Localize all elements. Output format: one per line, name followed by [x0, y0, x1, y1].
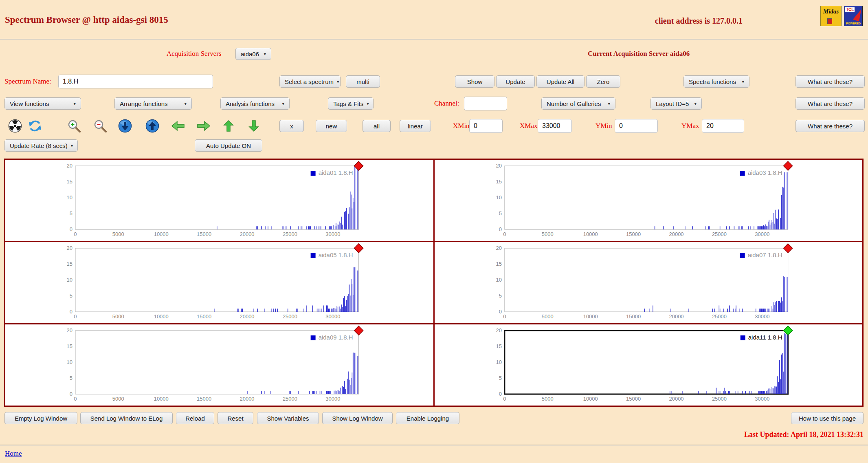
- zoom-in-icon[interactable]: [67, 119, 81, 133]
- legend-swatch-icon: [740, 253, 745, 258]
- pan-left-icon[interactable]: [171, 120, 185, 132]
- enable-logging-button[interactable]: Enable Logging: [396, 412, 459, 424]
- all-button[interactable]: all: [363, 120, 391, 132]
- reload-button[interactable]: Reload: [176, 412, 214, 424]
- panel-legend: aida01 1.8.H: [319, 169, 353, 176]
- x-tick-label: 20000: [240, 231, 254, 237]
- xmax-input[interactable]: [538, 119, 572, 133]
- spectrum-panel-aida07[interactable]: 05101520050001000015000200002500030000ai…: [435, 242, 863, 323]
- x-tick-label: 30000: [325, 231, 340, 237]
- y-tick-label: 15: [66, 343, 72, 349]
- tags-fits-select[interactable]: Tags & Fits▾: [328, 97, 374, 110]
- midas-logo-red-block: [827, 18, 832, 24]
- multi-button[interactable]: multi: [346, 75, 380, 88]
- spectra-functions-select[interactable]: Spectra functions▾: [683, 75, 749, 88]
- chevron-down-icon: ▾: [608, 101, 610, 106]
- x-tick-label: 0: [74, 313, 77, 320]
- spectrum-name-input[interactable]: [58, 75, 213, 88]
- spectrum-plot[interactable]: 05101520050001000015000200002500030000ai…: [435, 324, 863, 406]
- show-log-window-button[interactable]: Show Log Window: [322, 412, 393, 424]
- number-of-galleries-select[interactable]: Number of Galleries▾: [541, 97, 615, 110]
- midas-logo[interactable]: Midas: [820, 6, 842, 26]
- home-link[interactable]: Home: [5, 450, 22, 458]
- spectrum-plot[interactable]: 05101520050001000015000200002500030000ai…: [5, 160, 433, 241]
- channel-input[interactable]: [464, 97, 507, 110]
- tags-fits-value: Tags & Fits: [333, 100, 363, 107]
- ymin-input[interactable]: [615, 119, 658, 133]
- spectrum-panel-aida05[interactable]: 05101520050001000015000200002500030000ai…: [5, 242, 433, 323]
- layout-id-select[interactable]: Layout ID=5▾: [650, 97, 702, 110]
- x-tick-label: 0: [503, 313, 506, 320]
- xmax-label: XMax: [520, 120, 537, 132]
- zero-button[interactable]: Zero: [586, 75, 620, 88]
- linear-button[interactable]: linear: [400, 120, 431, 132]
- view-functions-select[interactable]: View functions▾: [4, 97, 81, 110]
- how-to-use-button[interactable]: How to use this page: [791, 412, 864, 424]
- pan-up-icon[interactable]: [222, 119, 235, 133]
- spectrum-plot[interactable]: 05101520050001000015000200002500030000ai…: [435, 160, 863, 241]
- x-tick-label: 10000: [583, 313, 598, 320]
- spectrum-plot[interactable]: 05101520050001000015000200002500030000ai…: [435, 242, 863, 323]
- y-tick-label: 10: [496, 277, 501, 283]
- acquisition-server-value: aida06: [241, 51, 259, 57]
- chevron-down-icon: ▾: [71, 143, 73, 148]
- current-acquisition-server: Current Acquisition Server aida06: [588, 48, 690, 60]
- spectrum-panel-aida01[interactable]: 05101520050001000015000200002500030000ai…: [5, 160, 433, 241]
- tcl-logo[interactable]: TCL POWERED: [844, 6, 863, 26]
- y-tick-label: 15: [496, 343, 501, 349]
- scroll-up-icon[interactable]: [145, 119, 159, 133]
- x-tick-label: 10000: [583, 396, 598, 402]
- x-tick-label: 30000: [755, 231, 769, 237]
- y-tick-label: 5: [70, 210, 73, 216]
- pan-down-icon[interactable]: [248, 119, 260, 133]
- auto-update-button[interactable]: Auto Update ON: [195, 139, 262, 152]
- xmin-input[interactable]: [469, 119, 503, 133]
- tcl-powered-text: POWERED: [844, 22, 862, 25]
- select-a-spectrum-select[interactable]: Select a spectrum▾: [279, 75, 341, 88]
- what-are-these-button-1[interactable]: What are these?: [795, 75, 865, 88]
- legend-swatch-icon: [311, 335, 316, 340]
- spectrum-panel-aida11[interactable]: 05101520050001000015000200002500030000ai…: [435, 324, 863, 406]
- x-tick-label: 10000: [154, 396, 169, 402]
- update-all-button[interactable]: Update All: [536, 75, 585, 88]
- legend-swatch-icon: [311, 171, 316, 176]
- spectrum-plot[interactable]: 05101520050001000015000200002500030000ai…: [5, 242, 433, 323]
- y-tick-label: 15: [496, 179, 501, 185]
- update-rate-select[interactable]: Update Rate (8 secs)▾: [4, 139, 78, 152]
- number-of-galleries-value: Number of Galleries: [547, 100, 601, 107]
- what-are-these-button-2[interactable]: What are these?: [795, 97, 865, 110]
- y-tick-label: 10: [66, 277, 72, 283]
- plot-frame: [75, 248, 359, 312]
- zoom-out-icon[interactable]: [93, 119, 107, 133]
- page-title: Spectrum Browser @ http aidas-gsi 8015: [5, 14, 168, 26]
- pan-right-icon[interactable]: [196, 120, 211, 132]
- what-are-these-button-3[interactable]: What are these?: [795, 120, 865, 132]
- spectrum-plot[interactable]: 05101520050001000015000200002500030000ai…: [5, 324, 433, 406]
- y-tick-label: 5: [70, 293, 73, 299]
- y-tick-label: 0: [70, 226, 73, 232]
- show-variables-button[interactable]: Show Variables: [257, 412, 319, 424]
- show-button[interactable]: Show: [455, 75, 494, 88]
- arrange-functions-select[interactable]: Arrange functions▾: [114, 97, 192, 110]
- refresh-icon[interactable]: [28, 119, 42, 133]
- arrange-functions-value: Arrange functions: [120, 100, 168, 107]
- plot-frame: [75, 166, 359, 229]
- radiation-icon[interactable]: [8, 119, 22, 133]
- y-tick-label: 10: [66, 359, 72, 365]
- chevron-down-icon: ▾: [73, 101, 76, 106]
- scroll-down-icon[interactable]: [118, 119, 132, 133]
- x-tick-label: 0: [74, 231, 77, 237]
- analysis-functions-select[interactable]: Analysis functions▾: [220, 97, 290, 110]
- x-button[interactable]: x: [279, 120, 304, 132]
- y-tick-label: 0: [70, 309, 73, 315]
- update-button[interactable]: Update: [496, 75, 535, 88]
- acquisition-server-select[interactable]: aida06▾: [235, 48, 271, 60]
- spectrum-panel-aida09[interactable]: 05101520050001000015000200002500030000ai…: [5, 324, 433, 406]
- reset-button[interactable]: Reset: [218, 412, 253, 424]
- empty-log-window-button[interactable]: Empty Log Window: [4, 412, 77, 424]
- spectrum-panel-aida03[interactable]: 05101520050001000015000200002500030000ai…: [435, 160, 863, 241]
- new-button[interactable]: new: [316, 120, 347, 132]
- ymax-input[interactable]: [702, 119, 744, 133]
- plot-frame: [504, 166, 788, 229]
- send-log-to-elog-button[interactable]: Send Log Window to ELog: [80, 412, 173, 424]
